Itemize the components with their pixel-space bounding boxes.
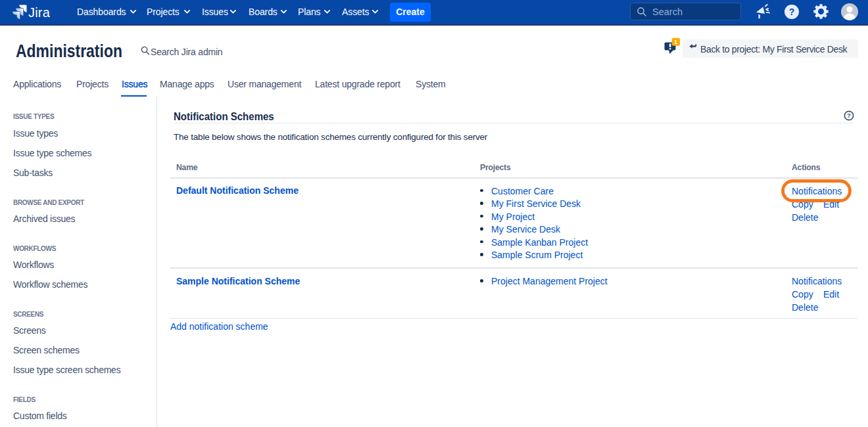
- svg-text:?: ?: [847, 112, 851, 119]
- svg-text:1: 1: [674, 39, 677, 45]
